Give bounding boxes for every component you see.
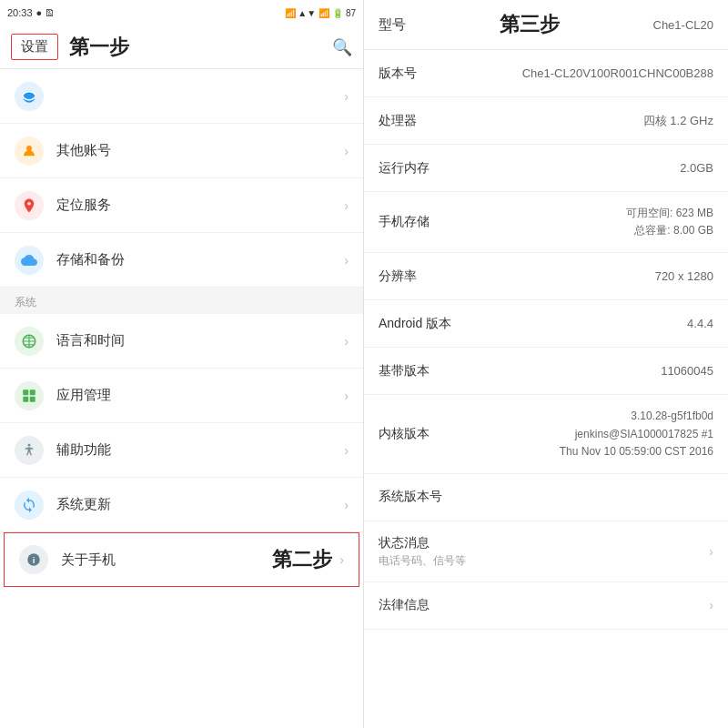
arrow-icon: › bbox=[344, 89, 349, 104]
kernel-label: 内核版本 bbox=[379, 426, 456, 442]
storage-label: 存储和备份 bbox=[56, 251, 344, 268]
android-label: Android 版本 bbox=[379, 316, 456, 332]
left-panel: 20:33 ● 🖻 📶 ▲▼ 📶 🔋 87 设置 第一步 🔍 › 其他账号 bbox=[0, 0, 364, 728]
storage-value: 可用空间: 623 MB 总容量: 8.00 GB bbox=[456, 205, 713, 239]
legal-label: 法律信息 bbox=[379, 597, 456, 613]
right-panel: 型号 第三步 Che1-CL20 版本号 Che1-CL20V100R001CH… bbox=[364, 0, 728, 728]
storage-icon bbox=[15, 246, 44, 275]
svg-rect-5 bbox=[23, 396, 28, 401]
ram-value: 2.0GB bbox=[456, 161, 713, 175]
baseband-value: 11060045 bbox=[456, 364, 713, 378]
baseband-label: 基带版本 bbox=[379, 363, 456, 379]
app-management-icon bbox=[15, 381, 44, 410]
arrow-icon: › bbox=[344, 443, 349, 458]
battery-icon: 🔋 bbox=[332, 8, 343, 18]
status-label: 状态消息 bbox=[379, 535, 430, 550]
svg-rect-6 bbox=[30, 396, 35, 401]
system-version-row: 系统版本号 bbox=[364, 474, 728, 521]
other-account-label: 其他账号 bbox=[56, 142, 344, 159]
status-arrow-icon: › bbox=[709, 544, 713, 559]
version-label: 版本号 bbox=[379, 66, 456, 82]
legal-arrow-icon: › bbox=[709, 598, 713, 612]
app-management-label: 应用管理 bbox=[56, 387, 344, 404]
top-bar: 设置 第一步 🔍 bbox=[0, 25, 363, 69]
baseband-row: 基带版本 11060045 bbox=[364, 348, 728, 395]
arrow-icon: › bbox=[344, 144, 349, 158]
arrow-icon: › bbox=[344, 198, 349, 213]
kernel-line2: jenkins@SIA1000017825 #1 bbox=[575, 428, 713, 440]
ram-label: 运行内存 bbox=[379, 160, 456, 177]
model-value: Che1-CL20 bbox=[653, 18, 714, 32]
list-item[interactable]: 其他账号 › bbox=[0, 124, 363, 178]
storage-row: 手机存储 可用空间: 623 MB 总容量: 8.00 GB bbox=[364, 192, 728, 253]
system-section-header: 系统 bbox=[0, 288, 363, 314]
language-label: 语言和时间 bbox=[56, 332, 344, 349]
arrow-icon: › bbox=[344, 498, 349, 512]
svg-rect-3 bbox=[23, 389, 28, 395]
language-icon bbox=[15, 327, 44, 356]
list-item[interactable]: 辅助功能 › bbox=[0, 423, 363, 478]
legal-row[interactable]: 法律信息 › bbox=[364, 582, 728, 630]
step3-title: 第三步 bbox=[500, 11, 560, 38]
resolution-row: 分辨率 720 x 1280 bbox=[364, 253, 728, 300]
status-sub: 电话号码、信号等 bbox=[379, 554, 466, 567]
list-item[interactable]: 应用管理 › bbox=[0, 369, 363, 423]
resolution-value: 720 x 1280 bbox=[456, 269, 713, 283]
system-update-label: 系统更新 bbox=[56, 496, 344, 513]
list-item[interactable]: 语言和时间 › bbox=[0, 314, 363, 369]
location-icon bbox=[15, 191, 44, 220]
svg-point-1 bbox=[26, 146, 32, 151]
list-item[interactable]: 存储和备份 › bbox=[0, 233, 363, 288]
accessibility-icon bbox=[15, 436, 44, 465]
status-row[interactable]: 状态消息 电话号码、信号等 › bbox=[364, 521, 728, 582]
right-header: 型号 第三步 Che1-CL20 bbox=[364, 0, 728, 50]
battery-level: 87 bbox=[346, 8, 356, 18]
settings-label[interactable]: 设置 bbox=[11, 34, 58, 60]
search-icon[interactable]: 🔍 bbox=[332, 37, 352, 57]
menu-list: › 其他账号 › 定位服务 › 存储和备份 › 系统 bbox=[0, 69, 363, 728]
kernel-row: 内核版本 3.10.28-g5f1fb0d jenkins@SIA1000017… bbox=[364, 395, 728, 474]
version-row: 版本号 Che1-CL20V100R001CHNC00B288 bbox=[364, 50, 728, 97]
list-item[interactable]: 系统更新 › bbox=[0, 478, 363, 532]
step1-title: 第一步 bbox=[69, 34, 129, 61]
storage-total: 总容量: 8.00 GB bbox=[634, 224, 713, 237]
status-bar-left: 20:33 ● 🖻 bbox=[7, 7, 55, 18]
storage-label: 手机存储 bbox=[379, 214, 456, 230]
step2-label: 第二步 bbox=[272, 546, 332, 573]
account-icon bbox=[15, 136, 44, 166]
cpu-value: 四核 1.2 GHz bbox=[456, 113, 713, 129]
svg-text:i: i bbox=[33, 555, 35, 565]
kernel-line1: 3.10.28-g5f1fb0d bbox=[631, 410, 713, 422]
svg-rect-4 bbox=[30, 389, 35, 395]
status-bar: 20:33 ● 🖻 📶 ▲▼ 📶 🔋 87 bbox=[0, 0, 363, 25]
arrow-icon: › bbox=[344, 334, 349, 349]
ram-row: 运行内存 2.0GB bbox=[364, 145, 728, 192]
arrow-icon: › bbox=[339, 552, 344, 567]
location-label: 定位服务 bbox=[56, 197, 344, 214]
status-label-group: 状态消息 电话号码、信号等 bbox=[379, 534, 466, 569]
kernel-line3: Thu Nov 10 05:59:00 CST 2016 bbox=[560, 445, 713, 458]
kernel-value: 3.10.28-g5f1fb0d jenkins@SIA1000017825 #… bbox=[456, 408, 713, 460]
signal-icons: 📶 ▲▼ 📶 bbox=[285, 8, 329, 18]
about-phone-icon: i bbox=[19, 545, 48, 574]
notification-icons: ● 🖻 bbox=[36, 7, 56, 18]
accessibility-label: 辅助功能 bbox=[56, 441, 344, 459]
resolution-label: 分辨率 bbox=[379, 268, 456, 285]
system-update-icon bbox=[15, 490, 44, 520]
cpu-row: 处理器 四核 1.2 GHz bbox=[364, 97, 728, 145]
list-item[interactable]: 定位服务 › bbox=[0, 178, 363, 233]
system-version-label: 系统版本号 bbox=[379, 489, 456, 505]
model-label: 型号 bbox=[379, 16, 406, 34]
about-phone-item[interactable]: i 关于手机 第二步 › bbox=[4, 532, 359, 587]
svg-point-7 bbox=[28, 443, 31, 446]
about-phone-label: 关于手机 bbox=[61, 551, 263, 569]
network-icon bbox=[15, 82, 44, 111]
arrow-icon: › bbox=[344, 253, 349, 268]
android-value: 4.4.4 bbox=[456, 317, 713, 330]
android-row: Android 版本 4.4.4 bbox=[364, 300, 728, 348]
arrow-icon: › bbox=[344, 389, 349, 403]
list-item[interactable]: › bbox=[0, 69, 363, 124]
storage-available: 可用空间: 623 MB bbox=[626, 207, 713, 219]
cpu-label: 处理器 bbox=[379, 113, 456, 129]
status-bar-right: 📶 ▲▼ 📶 🔋 87 bbox=[285, 8, 356, 18]
